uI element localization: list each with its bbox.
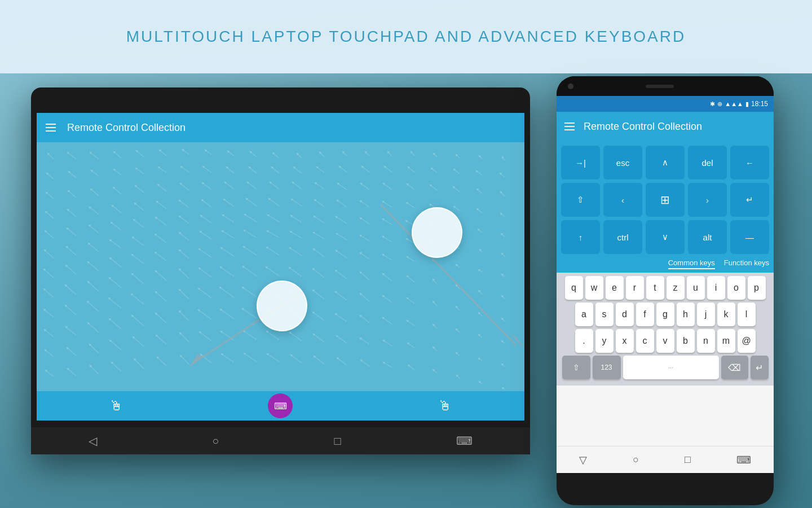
svg-line-138 (314, 249, 324, 257)
svg-line-52 (270, 182, 279, 189)
svg-line-157 (266, 267, 279, 276)
phone-app-title: Remote Control Collection (584, 121, 702, 133)
svg-line-224 (360, 338, 369, 344)
key-d[interactable]: d (616, 303, 634, 326)
svg-line-230 (502, 364, 505, 366)
key-ctrl[interactable]: ctrl (603, 220, 642, 254)
key-h[interactable]: h (677, 303, 695, 326)
special-keys-grid: →| esc ∧ del ← ⇧ ‹ ⊞ › ↵ ↑ ctrl ∨ alt — (557, 141, 774, 259)
key-q[interactable]: q (565, 276, 583, 300)
key-m[interactable]: m (717, 329, 735, 353)
key-g[interactable]: g (656, 303, 674, 326)
svg-line-43 (68, 191, 76, 198)
phone-nav-back-icon[interactable]: ▽ (579, 454, 587, 466)
key-l[interactable]: l (738, 303, 756, 326)
phone-hamburger-icon[interactable] (564, 122, 575, 130)
mouse-right-icon[interactable]: 🖱 (438, 398, 452, 414)
svg-line-94 (268, 215, 279, 222)
svg-line-215 (156, 335, 166, 344)
phone-nav-home-icon[interactable]: ○ (633, 454, 639, 466)
key-j[interactable]: j (697, 303, 715, 326)
phone-nav-recents-icon[interactable]: □ (685, 454, 691, 466)
key-enter-main[interactable]: ↵ (751, 356, 769, 379)
key-n[interactable]: n (697, 329, 715, 353)
key-backspace[interactable]: ← (730, 146, 769, 179)
phone-bottom-bezel (557, 473, 774, 505)
svg-line-37 (408, 167, 414, 172)
key-spacemini[interactable]: — (730, 220, 769, 254)
key-capslock[interactable]: ⇧ (561, 183, 600, 217)
key-x[interactable]: x (616, 329, 634, 353)
key-numeric[interactable]: 123 (593, 356, 621, 379)
svg-line-231 (46, 370, 54, 376)
key-i[interactable]: i (707, 276, 725, 300)
key-alt[interactable]: alt (688, 220, 727, 254)
key-at[interactable]: @ (738, 329, 756, 353)
tab-common-keys[interactable]: Common keys (668, 259, 715, 269)
nav-recents-icon[interactable]: □ (334, 435, 341, 448)
svg-line-68 (157, 202, 166, 209)
touch-point-1 (257, 281, 307, 331)
nav-back-icon[interactable]: ◁ (89, 434, 97, 448)
svg-line-107 (89, 243, 99, 252)
key-shift[interactable]: ↑ (561, 220, 600, 254)
key-z[interactable]: z (667, 276, 685, 300)
key-down[interactable]: ∨ (646, 220, 685, 254)
svg-line-217 (200, 332, 211, 341)
svg-line-218 (221, 331, 234, 340)
key-p[interactable]: p (748, 276, 766, 300)
svg-line-237 (180, 356, 189, 364)
key-left[interactable]: ‹ (603, 183, 642, 217)
svg-line-79 (407, 203, 414, 208)
svg-line-26 (158, 167, 166, 173)
key-del[interactable]: del (688, 146, 727, 179)
key-enter[interactable]: ↵ (730, 183, 769, 217)
svg-line-169 (65, 305, 76, 315)
key-delete-main[interactable]: ⌫ (721, 356, 748, 379)
key-a[interactable]: a (575, 303, 593, 326)
svg-line-246 (383, 362, 392, 367)
svg-line-149 (88, 282, 99, 291)
key-w[interactable]: w (585, 276, 603, 300)
key-right[interactable]: › (688, 183, 727, 217)
key-space[interactable]: ··· (623, 356, 719, 379)
touchpad-area[interactable]: .flow-line { stroke: rgba(255,255,255,0.… (37, 142, 524, 391)
svg-line-204 (383, 318, 392, 324)
key-period[interactable]: . (575, 329, 593, 353)
svg-line-35 (362, 167, 369, 172)
key-r[interactable]: r (626, 276, 644, 300)
svg-line-9 (250, 152, 257, 157)
key-v[interactable]: v (656, 329, 674, 353)
svg-line-153 (179, 269, 189, 278)
key-t[interactable]: t (646, 276, 664, 300)
svg-line-170 (87, 301, 99, 312)
key-shift-main[interactable]: ⇧ (562, 356, 590, 379)
network-icon: ⊕ (717, 100, 722, 108)
svg-line-247 (408, 365, 414, 370)
svg-line-8 (228, 151, 234, 156)
key-u[interactable]: u (687, 276, 705, 300)
key-s[interactable]: s (595, 303, 614, 326)
key-b[interactable]: b (677, 329, 695, 353)
key-tab[interactable]: →| (561, 146, 600, 179)
key-up[interactable]: ∧ (646, 146, 685, 179)
key-y[interactable]: y (595, 329, 614, 353)
tab-function-keys[interactable]: Function keys (724, 259, 769, 269)
key-esc[interactable]: esc (603, 146, 642, 179)
svg-line-71 (224, 199, 234, 207)
key-c[interactable]: c (636, 329, 654, 353)
qwerty-keyboard: q w e r t z u i o p a s d f g h j k (557, 273, 774, 386)
key-k[interactable]: k (717, 303, 735, 326)
keyboard-toggle-icon[interactable]: ⌨ (268, 393, 293, 418)
nav-home-icon[interactable]: ○ (212, 435, 219, 448)
key-win[interactable]: ⊞ (646, 183, 685, 217)
nav-keyboard-icon[interactable]: ⌨ (456, 434, 473, 448)
svg-line-114 (244, 230, 257, 238)
svg-line-84 (45, 231, 54, 238)
mouse-left-icon[interactable]: 🖱 (109, 398, 123, 414)
key-e[interactable]: e (606, 276, 624, 300)
key-f[interactable]: f (636, 303, 654, 326)
hamburger-menu-icon[interactable] (46, 124, 56, 132)
key-o[interactable]: o (727, 276, 745, 300)
phone-nav-keyboard-icon[interactable]: ⌨ (736, 454, 751, 466)
